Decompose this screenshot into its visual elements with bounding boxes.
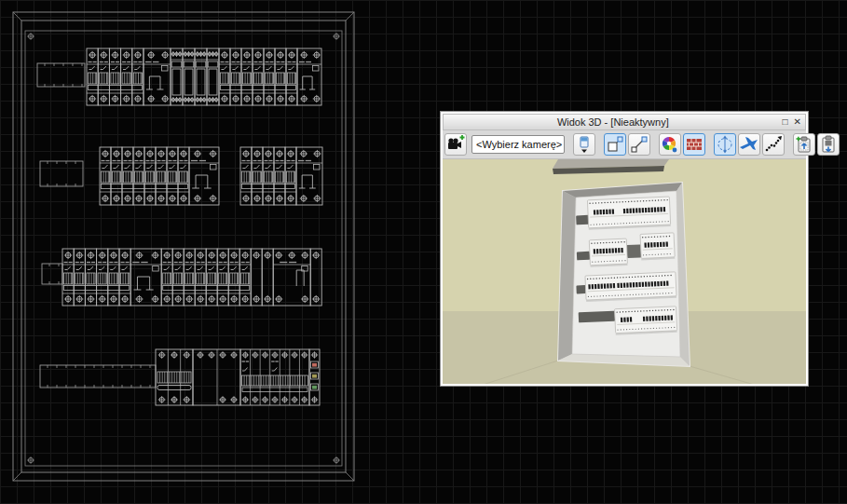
close-button[interactable]: ✕ [794, 117, 801, 127]
breaker-row [42, 249, 321, 306]
maximize-button[interactable]: □ [783, 117, 788, 127]
breaker-row [40, 147, 219, 205]
materials-button[interactable] [683, 133, 705, 156]
orbit-mode-button[interactable] [714, 133, 736, 156]
pick-camera-button[interactable] [573, 133, 595, 156]
clipboard-import-icon [818, 134, 839, 155]
edit-in-3d-button[interactable] [628, 133, 650, 156]
add-camera-icon [445, 134, 466, 155]
walk-path-button[interactable] [762, 133, 785, 156]
fly-mode-button[interactable] [738, 133, 760, 156]
toolbar: <Wybierz kamerę> [443, 130, 806, 159]
pick-camera-icon [574, 134, 594, 155]
3d-scene[interactable] [443, 159, 806, 384]
breaker-row [37, 48, 321, 105]
dotted-path-icon [763, 134, 784, 155]
camera-select-value: <Wybierz kamerę> [476, 139, 562, 150]
camera-select[interactable]: <Wybierz kamerę> [471, 135, 565, 154]
copy-view-button[interactable] [793, 133, 815, 156]
3d-viewport-area[interactable] [443, 159, 806, 384]
open-3d-icon [605, 134, 625, 155]
breaker-row [240, 147, 322, 205]
brick-wall-icon [684, 134, 704, 155]
clipboard-export-icon [794, 134, 814, 155]
titlebar[interactable]: Widok 3D - [Nieaktywny] □ ✕ [443, 114, 806, 130]
edit-3d-icon [629, 134, 649, 155]
color-wheel-icon [660, 134, 680, 155]
airplane-icon [739, 134, 759, 155]
app-canvas[interactable]: { "app": { "background_color": "#050505"… [0, 0, 847, 504]
breaker-row [40, 349, 320, 405]
open-3d-view-button[interactable] [604, 133, 626, 156]
orbit-icon [715, 134, 735, 155]
paste-view-button[interactable] [817, 133, 840, 156]
3d-view-window[interactable]: Widok 3D - [Nieaktywny] □ ✕ <Wybierz kam… [440, 111, 809, 387]
add-camera-button[interactable] [444, 133, 467, 156]
window-title: Widok 3D - [Nieaktywny] [444, 116, 783, 128]
render-settings-button[interactable] [659, 133, 681, 156]
